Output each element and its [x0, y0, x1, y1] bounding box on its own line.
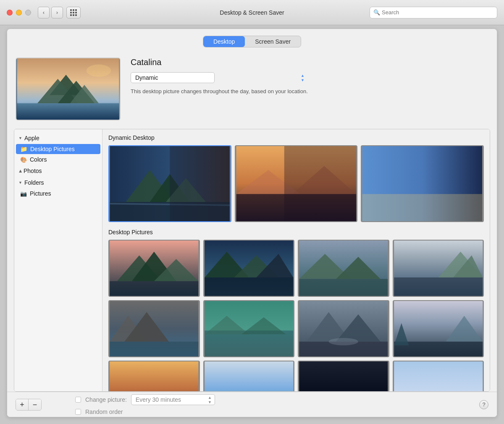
titlebar: ‹ › Desktop & Screen Saver 🔍	[0, 0, 504, 25]
svg-rect-61	[394, 361, 483, 391]
thumb-sky-dynamic-img	[362, 146, 483, 221]
thumb-dp-7[interactable]	[298, 300, 389, 357]
thumb-dp-5[interactable]	[108, 300, 200, 357]
remove-button[interactable]: −	[29, 399, 41, 410]
thumb-dp-10-img	[204, 361, 294, 391]
desktop-pictures-title: Desktop Pictures	[108, 229, 484, 236]
svg-rect-13	[170, 146, 230, 221]
thumb-catalina-dynamic-img	[109, 146, 231, 221]
svg-rect-5	[17, 103, 119, 120]
thumb-dp-6-img	[204, 301, 294, 356]
segment-control: Desktop Screen Saver	[203, 36, 301, 47]
maximize-button[interactable]	[25, 10, 31, 16]
sidebar-group-photos: ▶ Photos	[14, 165, 102, 176]
desktop-pictures-label: Desktop Pictures	[30, 146, 75, 152]
wallpaper-title: Catalina	[131, 58, 308, 67]
apple-group-label: Apple	[24, 135, 39, 141]
change-picture-row: Change picture: Every 5 seconds Every 1 …	[75, 394, 215, 405]
change-picture-area: Change picture: Every 5 seconds Every 1 …	[75, 394, 215, 415]
svg-rect-58	[205, 361, 293, 391]
select-arrows-icon: ▲ ▼	[301, 73, 304, 82]
folder-icon: 📁	[20, 146, 27, 152]
svg-rect-60	[299, 361, 388, 391]
sidebar-group-folders-header[interactable]: ▼ Folders	[14, 177, 102, 188]
svg-rect-44	[205, 330, 293, 356]
sidebar-item-desktop-pictures[interactable]: 📁 Desktop Pictures	[16, 144, 100, 154]
random-order-checkbox[interactable]	[75, 409, 81, 415]
dynamic-desktop-title: Dynamic Desktop	[108, 134, 484, 141]
svg-rect-34	[299, 279, 388, 296]
tab-screen-saver[interactable]: Screen Saver	[245, 36, 301, 47]
random-order-label: Random order	[85, 408, 123, 415]
tab-desktop[interactable]: Desktop	[203, 36, 245, 47]
sidebar: ▼ Apple 📁 Desktop Pictures 🎨 Colors ▶ Ph…	[14, 129, 102, 391]
colors-icon: 🎨	[20, 157, 27, 163]
svg-point-51	[329, 338, 358, 345]
dynamic-select-wrapper: Dynamic Light (Still) Dark (Still) ▲ ▼	[131, 72, 308, 83]
add-button[interactable]: +	[16, 399, 29, 410]
thumb-dp-11-img	[299, 361, 388, 391]
colors-label: Colors	[30, 156, 47, 163]
search-bar[interactable]: 🔍	[370, 7, 497, 18]
traffic-lights	[7, 10, 31, 16]
thumb-dp-5-img	[109, 301, 199, 356]
photos-triangle-icon: ▶	[18, 170, 22, 173]
grid-view-button[interactable]	[66, 7, 81, 18]
thumb-dp-3[interactable]	[298, 240, 389, 297]
grid-panel: Dynamic Desktop	[102, 129, 490, 391]
sidebar-group-apple-header[interactable]: ▼ Apple	[14, 133, 102, 144]
svg-rect-18	[284, 146, 356, 221]
svg-point-6	[87, 65, 111, 77]
preview-wallpaper-svg	[16, 58, 120, 120]
thumb-dp-10[interactable]	[203, 361, 295, 391]
thumb-dp-12[interactable]	[393, 361, 484, 391]
thumb-dp-1[interactable]	[108, 240, 200, 297]
bottom-right-area: ?	[474, 400, 488, 409]
nav-buttons: ‹ ›	[38, 7, 63, 18]
thumb-dp-9-img	[109, 361, 199, 391]
thumb-dp-4-img	[394, 241, 483, 296]
sidebar-group-photos-header[interactable]: ▶ Photos	[14, 165, 102, 176]
svg-rect-38	[394, 277, 483, 296]
close-button[interactable]	[7, 10, 13, 16]
thumb-dp-2[interactable]	[203, 240, 295, 297]
thumb-dp-1-img	[109, 241, 199, 296]
preview-image	[16, 58, 121, 120]
preview-description: This desktop picture changes throughout …	[131, 88, 308, 94]
sidebar-item-colors[interactable]: 🎨 Colors	[16, 154, 100, 165]
search-input[interactable]	[382, 9, 494, 16]
desktop-pictures-grid	[108, 240, 484, 391]
search-icon: 🔍	[373, 9, 380, 16]
thumb-dp-4[interactable]	[393, 240, 484, 297]
preview-info: Catalina Dynamic Light (Still) Dark (Sti…	[131, 58, 308, 94]
thumb-dp-8[interactable]	[393, 300, 484, 357]
thumb-dp-9[interactable]	[108, 361, 200, 391]
thumb-dp-11[interactable]	[298, 361, 389, 391]
sidebar-group-apple: ▼ Apple 📁 Desktop Pictures 🎨 Colors	[14, 133, 102, 165]
svg-rect-30	[205, 277, 293, 296]
folders-group-label: Folders	[24, 179, 44, 186]
main-window: Desktop Screen Saver	[7, 29, 497, 417]
minimize-button[interactable]	[16, 10, 22, 16]
help-button[interactable]: ?	[479, 400, 488, 409]
thumb-mojave-dynamic[interactable]	[235, 145, 358, 222]
apple-triangle-icon: ▼	[18, 136, 22, 140]
pictures-folder-icon: 📷	[20, 191, 27, 197]
sidebar-item-pictures[interactable]: 📷 Pictures	[16, 188, 100, 199]
interval-select[interactable]: Every 5 seconds Every 1 minute Every 5 m…	[131, 394, 215, 405]
random-order-row: Random order	[75, 408, 215, 415]
folders-triangle-icon: ▼	[18, 181, 22, 185]
change-picture-label: Change picture:	[85, 396, 127, 403]
forward-button[interactable]: ›	[51, 7, 63, 18]
add-remove-buttons: + −	[16, 399, 42, 411]
thumb-catalina-dynamic[interactable]	[108, 145, 231, 222]
back-button[interactable]: ‹	[38, 7, 50, 18]
thumb-dp-6[interactable]	[203, 300, 295, 357]
thumb-dp-3-img	[299, 241, 388, 296]
thumb-dp-12-img	[394, 361, 483, 391]
dynamic-select[interactable]: Dynamic Light (Still) Dark (Still)	[131, 72, 215, 83]
change-picture-checkbox[interactable]	[75, 397, 81, 403]
thumb-sky-dynamic[interactable]	[361, 145, 484, 222]
thumb-mojave-dynamic-img	[236, 146, 357, 221]
svg-rect-56	[110, 361, 198, 391]
